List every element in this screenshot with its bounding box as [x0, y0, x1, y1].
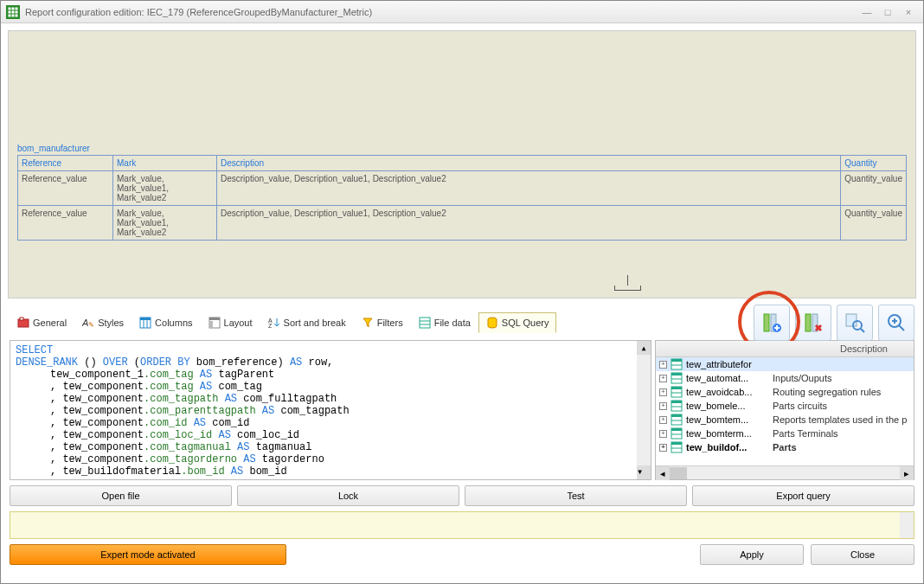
test-button[interactable]: Test [465, 485, 687, 506]
side-hscroll[interactable]: ◂ ▸ [656, 465, 914, 479]
expand-icon[interactable]: + [659, 375, 667, 382]
table-icon [671, 441, 683, 453]
svg-text:Z: Z [268, 323, 273, 329]
toolbar: General A✎ Styles Columns Layout AZ Sort… [1, 305, 923, 340]
ruler-mark [614, 275, 640, 298]
list-item[interactable]: + tew_buildof... Parts [656, 440, 914, 454]
bottom-row: Expert mode activated Apply Close [1, 544, 923, 574]
report-preview: bom_manufacturer Reference Mark Descript… [8, 30, 916, 298]
add-column-button[interactable] [754, 305, 790, 341]
styles-icon: A✎ [82, 317, 94, 329]
svg-rect-12 [140, 318, 151, 320]
preview-group-title: bom_manufacturer [17, 144, 907, 153]
sql-scrollbar[interactable]: ▴ ▾ [637, 341, 651, 479]
side-list[interactable]: + tew_attributefor + tew_automat... Inpu… [656, 357, 914, 465]
tabs: General A✎ Styles Columns Layout AZ Sort… [10, 312, 556, 333]
table-icon [671, 400, 683, 412]
table-browser: Description + tew_attributefor + tew_aut… [655, 340, 914, 480]
window-title: Report configuration edition: IEC_179 (R… [25, 7, 856, 17]
table-row: Reference_value Mark_value, Mark_value1,… [18, 206, 907, 241]
svg-rect-18 [420, 318, 430, 328]
svg-rect-14 [209, 318, 220, 320]
sql-editor[interactable]: SELECT DENSE_RANK () OVER (ORDER BY bom_… [10, 340, 651, 480]
layout-icon [209, 317, 221, 329]
lock-button[interactable]: Lock [237, 485, 459, 506]
svg-text:✎: ✎ [88, 321, 94, 329]
scroll-left-icon[interactable]: ◂ [656, 466, 670, 480]
window: Report configuration edition: IEC_179 (R… [0, 0, 924, 584]
status-scrollbar[interactable] [900, 512, 914, 538]
table-row: Reference_value Mark_value, Mark_value1,… [18, 171, 907, 206]
tab-filedata[interactable]: File data [411, 312, 478, 333]
col-mark: Mark [113, 156, 217, 171]
expand-icon[interactable]: + [659, 416, 667, 424]
svg-rect-25 [805, 314, 811, 331]
minimize-button[interactable]: — [857, 4, 876, 20]
svg-rect-6 [20, 318, 23, 320]
svg-rect-34 [671, 373, 682, 375]
svg-rect-0 [8, 7, 18, 17]
svg-rect-15 [209, 321, 213, 328]
column-actions [754, 305, 914, 341]
side-header: Description [656, 341, 914, 357]
tab-general[interactable]: General [10, 312, 74, 333]
col-description: Description [217, 156, 841, 171]
expert-mode-badge: Expert mode activated [10, 544, 286, 565]
svg-rect-31 [671, 359, 682, 362]
list-item[interactable]: + tew_avoidcab... Routing segregation ru… [656, 385, 914, 399]
status-area [10, 511, 914, 539]
expand-icon[interactable]: + [659, 402, 667, 410]
general-icon [17, 317, 29, 329]
table-icon [671, 414, 683, 426]
app-icon [6, 5, 20, 19]
expand-icon[interactable]: + [659, 430, 667, 438]
tab-columns[interactable]: Columns [132, 312, 200, 333]
filedata-icon [419, 317, 431, 329]
list-item[interactable]: + tew_automat... Inputs/Ouputs [656, 371, 914, 385]
svg-rect-37 [671, 387, 682, 389]
expand-icon[interactable]: + [659, 361, 667, 369]
table-icon [671, 372, 683, 384]
apply-button[interactable]: Apply [700, 544, 804, 565]
svg-rect-22 [764, 314, 769, 331]
table-icon [671, 427, 683, 440]
zoom-button[interactable] [878, 305, 914, 341]
open-file-button[interactable]: Open file [10, 485, 232, 506]
scroll-thumb[interactable] [670, 467, 687, 479]
tab-sql[interactable]: SQL Query [478, 312, 557, 333]
col-quantity: Quantity [841, 156, 907, 171]
svg-rect-49 [671, 442, 682, 445]
sql-icon [486, 317, 498, 329]
scroll-up-icon[interactable]: ▴ [637, 341, 651, 355]
export-query-button[interactable]: Export query [692, 485, 914, 506]
editor-row: SELECT DENSE_RANK () OVER (ORDER BY bom_… [1, 340, 923, 485]
close-button[interactable]: Close [811, 544, 914, 565]
table-icon [671, 358, 683, 370]
col-reference: Reference [18, 156, 113, 171]
scroll-down-icon[interactable]: ▾ [637, 465, 651, 479]
columns-icon [139, 317, 151, 329]
tab-layout[interactable]: Layout [201, 312, 260, 333]
tab-filters[interactable]: Filters [354, 312, 411, 333]
maximize-button[interactable]: □ [878, 4, 897, 20]
svg-rect-43 [671, 414, 682, 417]
list-item[interactable]: + tew_bomele... Parts circuits [656, 399, 914, 413]
list-item[interactable]: + tew_bomterm... Parts Terminals [656, 427, 914, 440]
action-buttons: Open file Lock Test Export query [1, 485, 923, 511]
sort-icon: AZ [268, 317, 280, 329]
expand-icon[interactable]: + [659, 444, 667, 452]
zoom-fit-button[interactable] [837, 305, 873, 341]
remove-column-button[interactable] [795, 305, 831, 341]
svg-rect-40 [671, 401, 682, 403]
list-item[interactable]: + tew_attributefor [656, 357, 914, 371]
tab-sort[interactable]: AZ Sort and break [260, 312, 354, 333]
scroll-right-icon[interactable]: ▸ [900, 466, 914, 480]
svg-rect-46 [671, 428, 682, 431]
table-icon [671, 386, 683, 398]
close-window-button[interactable]: × [899, 4, 918, 20]
expand-icon[interactable]: + [659, 388, 667, 396]
list-item[interactable]: + tew_bomtem... Reports templates used i… [656, 413, 914, 427]
filters-icon [362, 317, 374, 329]
preview-table: Reference Mark Description Quantity Refe… [17, 155, 907, 241]
tab-styles[interactable]: A✎ Styles [74, 312, 132, 333]
